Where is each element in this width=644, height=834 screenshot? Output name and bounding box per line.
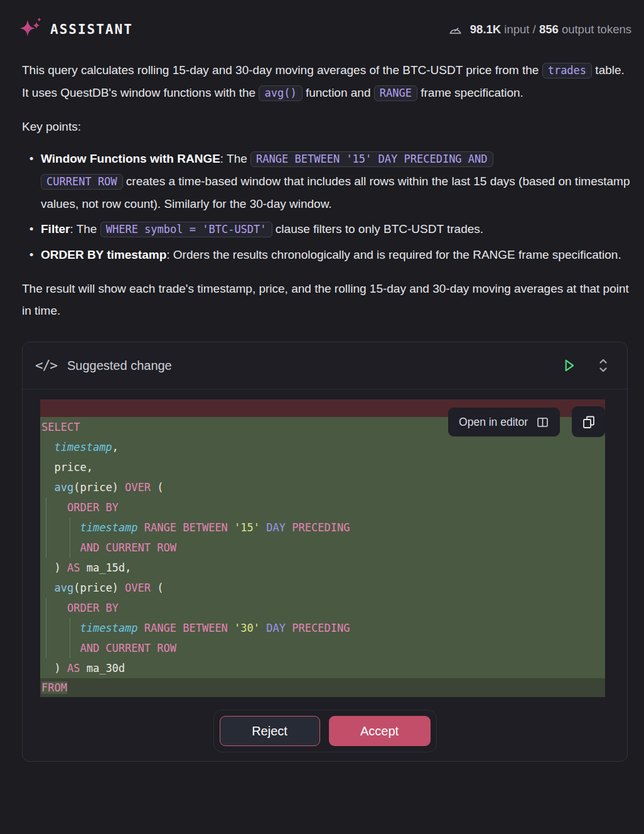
code-token: AND CURRENT ROW [80, 642, 176, 654]
code-token: (price) [73, 582, 125, 594]
code-diff-container: SELECT timestamp, price, avg(price) OVER… [40, 399, 605, 697]
panel-actions [561, 355, 611, 376]
code-token: timestamp [54, 441, 112, 453]
run-query-button[interactable] [561, 357, 577, 374]
sparkle-icon [18, 16, 45, 43]
code-line-added: ) AS ma_30d [40, 658, 605, 678]
code-line-added: avg(price) OVER ( [40, 578, 605, 598]
text-segment: : Orders the results chronologically and… [166, 248, 621, 261]
panel-divider [23, 389, 627, 389]
code-line-context: FROM [40, 678, 605, 697]
code-token: OVER [125, 481, 151, 494]
page: ASSISTANT 98.1K input / 856 output token… [0, 0, 644, 834]
key-points-list: •Window Functions with RANGE: The RANGE … [22, 148, 631, 266]
role-title: ASSISTANT [50, 22, 133, 37]
code-token: ORDER BY [67, 501, 119, 514]
code-token [228, 622, 234, 634]
suggested-change-header: </> Suggested change [23, 342, 627, 389]
inline-code-chip: WHERE symbol = 'BTC-USDT' [100, 222, 272, 237]
bold-text: ORDER BY timestamp [41, 248, 166, 261]
code-token: DAY [266, 521, 286, 534]
token-output-label: output tokens [559, 23, 631, 36]
code-line-added: ORDER BY [40, 497, 605, 517]
inline-code-chip: avg() [259, 85, 302, 101]
key-point-item: •Window Functions with RANGE: The RANGE … [22, 148, 631, 215]
text-segment: clause filters to only BTC-USDT trades. [272, 222, 483, 236]
code-token: SELECT [41, 421, 80, 433]
code-line-added: timestamp RANGE BETWEEN '15' DAY PRECEDI… [40, 517, 605, 538]
code-line-added: AND CURRENT ROW [40, 638, 605, 658]
message-body: This query calculates rolling 15-day and… [0, 59, 644, 322]
code-token: AND CURRENT ROW [80, 541, 176, 554]
code-token: ( [151, 582, 163, 594]
code-token [138, 622, 144, 634]
code-token: RANGE BETWEEN [144, 521, 228, 534]
indent-guide [46, 598, 46, 658]
code-block[interactable]: SELECT timestamp, price, avg(price) OVER… [40, 399, 605, 697]
code-token [41, 622, 80, 634]
token-usage: 98.1K input / 856 output tokens [448, 22, 631, 38]
code-line-added: ) AS ma_15d, [40, 558, 605, 578]
decision-row: Reject Accept [23, 710, 627, 761]
token-input-label: input / [501, 23, 539, 36]
code-token: DAY [266, 622, 286, 634]
message-header: ASSISTANT 98.1K input / 856 output token… [0, 0, 644, 43]
code-token: ) [41, 662, 67, 674]
text-segment: creates a time-based window that include… [41, 175, 630, 210]
split-editor-icon [536, 416, 549, 429]
accept-button[interactable]: Accept [329, 716, 431, 746]
indent-guide [70, 517, 70, 558]
code-token: PRECEDING [292, 521, 350, 534]
token-input-value: 98.1K [470, 23, 501, 36]
indent-guide [70, 618, 70, 658]
key-point-content: Window Functions with RANGE: The RANGE B… [41, 148, 631, 215]
code-line-added: avg(price) OVER ( [40, 477, 605, 497]
code-tag-icon: </> [35, 358, 57, 373]
reject-button[interactable]: Reject [220, 716, 320, 746]
code-token: AS [67, 662, 80, 674]
code-token: FROM [41, 681, 67, 694]
code-token: timestamp [80, 521, 137, 534]
key-point-item: •ORDER BY timestamp: Orders the results … [22, 244, 631, 266]
code-token: (price) [73, 481, 125, 494]
suggested-change-title: Suggested change [67, 359, 172, 373]
bold-text: Filter [41, 222, 70, 236]
code-token: OVER [125, 582, 151, 594]
key-point-item: •Filter: The WHERE symbol = 'BTC-USDT' c… [22, 218, 631, 241]
code-token [260, 622, 266, 634]
code-line-added: ORDER BY [40, 598, 605, 618]
code-token: timestamp [80, 622, 137, 634]
bullet-marker: • [22, 148, 41, 215]
code-token: PRECEDING [292, 622, 350, 634]
inline-code-chip: RANGE [374, 85, 417, 101]
token-text: 98.1K input / 856 output tokens [470, 23, 631, 36]
open-in-editor-button[interactable]: Open in editor [448, 408, 560, 436]
text-segment: : The [220, 152, 250, 165]
text-segment: function and [303, 86, 374, 99]
text-segment: : The [70, 222, 100, 236]
code-token [41, 582, 54, 594]
decision-button-group: Reject Accept [213, 710, 437, 752]
text-segment: frame specification. [417, 86, 523, 99]
code-token [41, 642, 80, 654]
code-line-added: price, [40, 457, 605, 477]
collapse-expand-button[interactable] [596, 355, 611, 376]
code-line-added: timestamp, [40, 437, 605, 457]
outro-paragraph: The result will show each trade's timest… [22, 278, 631, 322]
code-token: avg [54, 582, 73, 594]
intro-paragraph: This query calculates rolling 15-day and… [22, 59, 631, 104]
suggested-change-panel: </> Suggested change SELECT timestamp, [22, 342, 628, 762]
code-token: price, [41, 461, 93, 474]
indent-guide [46, 497, 46, 558]
code-token: avg [54, 481, 73, 494]
code-token: '15' [234, 521, 260, 534]
open-in-editor-label: Open in editor [459, 416, 528, 429]
bullet-marker: • [22, 244, 41, 266]
key-point-content: ORDER BY timestamp: Orders the results c… [41, 244, 631, 266]
chevron-up-down-icon [596, 355, 611, 376]
copy-code-button[interactable] [572, 406, 605, 437]
code-line-added: AND CURRENT ROW [40, 538, 605, 558]
inline-code-chip: trades [542, 63, 592, 79]
bullet-marker: • [22, 218, 41, 241]
code-token [41, 541, 80, 554]
